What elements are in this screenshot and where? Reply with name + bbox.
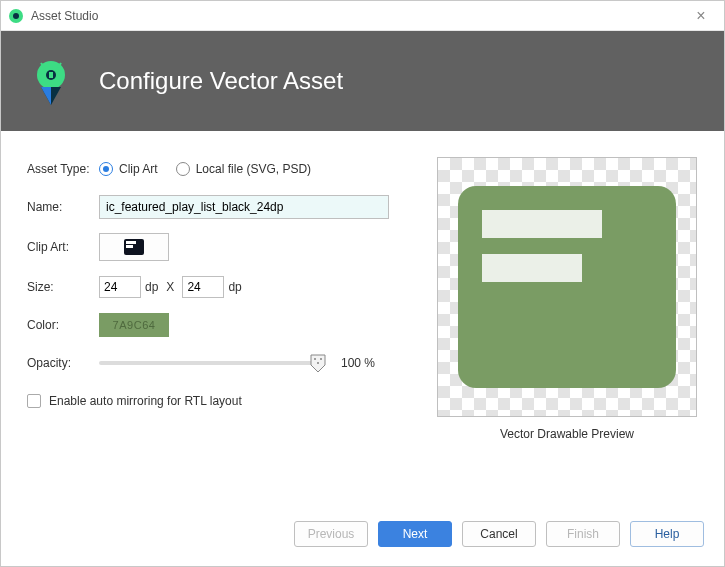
svg-rect-2: [49, 72, 53, 78]
titlebar: Asset Studio ×: [1, 1, 724, 31]
window-title: Asset Studio: [31, 9, 98, 23]
preview-canvas: [437, 157, 697, 417]
row-size: Size: dp X dp: [27, 275, 408, 299]
clip-art-picker-button[interactable]: [99, 233, 169, 261]
size-height-input[interactable]: [182, 276, 224, 298]
color-hex-text: 7A9C64: [113, 319, 156, 331]
radio-clip-art-label: Clip Art: [119, 162, 158, 176]
row-name: Name:: [27, 195, 408, 219]
previous-button[interactable]: Previous: [294, 521, 368, 547]
android-logo-icon: [27, 57, 75, 105]
preview-caption: Vector Drawable Preview: [500, 427, 634, 441]
label-color: Color:: [27, 318, 99, 332]
app-icon: [9, 9, 23, 23]
cancel-button[interactable]: Cancel: [462, 521, 536, 547]
label-asset-type: Asset Type:: [27, 162, 99, 176]
dialog-window: Asset Studio × Configure Vector Asset As…: [0, 0, 725, 567]
size-height-unit: dp: [228, 280, 241, 294]
label-name: Name:: [27, 200, 99, 214]
opacity-slider[interactable]: [99, 355, 323, 371]
preview-panel: Vector Drawable Preview: [436, 157, 698, 506]
row-color: Color: 7A9C64: [27, 313, 408, 337]
size-width-unit: dp: [145, 280, 158, 294]
content-area: Asset Type: Clip Art Local file (SVG, PS…: [1, 131, 724, 516]
size-group: dp X dp: [99, 276, 242, 298]
label-size: Size:: [27, 280, 99, 294]
mirror-checkbox[interactable]: [27, 394, 41, 408]
row-opacity: Opacity: 100 %: [27, 351, 408, 375]
preview-drawable-icon: [458, 186, 676, 388]
page-title: Configure Vector Asset: [99, 67, 343, 95]
row-asset-type: Asset Type: Clip Art Local file (SVG, PS…: [27, 157, 408, 181]
header-banner: Configure Vector Asset: [1, 31, 724, 131]
radio-local-file-label: Local file (SVG, PSD): [196, 162, 311, 176]
radio-clip-art[interactable]: Clip Art: [99, 162, 158, 176]
featured-playlist-icon: [124, 239, 144, 255]
finish-button[interactable]: Finish: [546, 521, 620, 547]
label-opacity: Opacity:: [27, 356, 99, 370]
size-width-input[interactable]: [99, 276, 141, 298]
close-icon[interactable]: ×: [686, 7, 716, 25]
mirror-label: Enable auto mirroring for RTL layout: [49, 394, 242, 408]
label-clip-art: Clip Art:: [27, 240, 99, 254]
radio-dot-icon: [176, 162, 190, 176]
form-panel: Asset Type: Clip Art Local file (SVG, PS…: [27, 157, 408, 506]
opacity-value: 100 %: [341, 356, 375, 370]
row-mirror: Enable auto mirroring for RTL layout: [27, 389, 408, 413]
slider-track: [99, 361, 323, 365]
help-button[interactable]: Help: [630, 521, 704, 547]
name-input[interactable]: [99, 195, 389, 219]
radio-local-file[interactable]: Local file (SVG, PSD): [176, 162, 311, 176]
asset-type-radio-group: Clip Art Local file (SVG, PSD): [99, 162, 311, 176]
radio-dot-icon: [99, 162, 113, 176]
size-separator: X: [166, 280, 174, 294]
next-button[interactable]: Next: [378, 521, 452, 547]
row-clip-art: Clip Art:: [27, 233, 408, 261]
slider-thumb-icon: [309, 353, 327, 373]
footer-buttons: Previous Next Cancel Finish Help: [1, 516, 724, 566]
color-swatch-button[interactable]: 7A9C64: [99, 313, 169, 337]
